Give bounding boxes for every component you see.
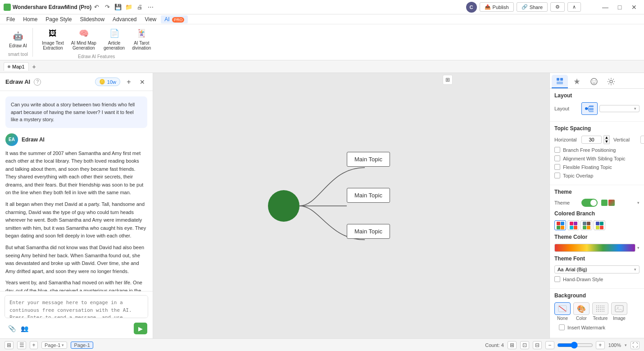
bg-option-none[interactable]: None (554, 302, 571, 321)
zoom-in-button[interactable]: + (596, 341, 605, 349)
collapse-button[interactable]: ∧ (567, 2, 581, 12)
tab-add-button[interactable]: + (30, 62, 39, 71)
rp-theme-section: Theme Theme ▾ Colored Branch (550, 185, 644, 289)
svg-point-5 (595, 81, 596, 82)
bg-option-color[interactable]: 🎨 Color (573, 302, 590, 321)
ai-input-field[interactable] (5, 295, 148, 318)
topic-box-3[interactable]: Main Topic (347, 224, 390, 239)
fit-view-button[interactable]: ⊞ (5, 341, 14, 349)
rp-checkbox-branch-free[interactable] (554, 147, 560, 153)
bg-option-image[interactable]: Image (611, 302, 627, 321)
minimize-button[interactable]: — (599, 2, 612, 12)
menu-view[interactable]: View (141, 15, 160, 23)
share-button[interactable]: 🔗 Share (517, 2, 548, 12)
menu-ai[interactable]: AI PRO (161, 15, 188, 23)
page-tab-1[interactable]: Page-1 ▾ (41, 342, 67, 349)
collapse-right-panel-button[interactable]: ⊞ (443, 75, 453, 85)
close-button[interactable]: ✕ (628, 2, 640, 12)
rp-checkbox-flexible[interactable] (554, 164, 560, 170)
ribbon-article[interactable]: 📄 Articlegeneration (101, 25, 127, 52)
bg-option-texture[interactable]: Texture (592, 302, 608, 321)
ribbon-tarot[interactable]: 🃏 AI Tarotdivination (129, 25, 154, 52)
attachment-button[interactable]: 📎 (5, 322, 18, 335)
ribbon-ai-mindmap[interactable]: 🧠 AI Mind MapGeneration (68, 25, 99, 52)
save-button[interactable]: 💾 (113, 2, 123, 12)
view-mode-3[interactable]: ⊟ (533, 341, 542, 349)
menu-advanced[interactable]: Advanced (109, 15, 140, 23)
cb-option-3[interactable] (581, 220, 592, 230)
people-button[interactable]: 👥 (18, 322, 31, 335)
bg-texture-label: Texture (593, 316, 608, 321)
layout-select[interactable]: ▾ (599, 105, 639, 112)
publish-button[interactable]: 📤 Publish (480, 2, 514, 12)
rp-checkbox-watermark[interactable] (559, 324, 565, 330)
rp-checkbox-alignment[interactable] (554, 155, 560, 161)
bg-texture-svg (596, 305, 605, 312)
svg-point-7 (585, 107, 588, 110)
rp-horizontal-control: ▲ ▼ (581, 135, 610, 144)
rp-horizontal-input[interactable] (581, 136, 602, 144)
ai-panel-help-button[interactable]: ? (34, 78, 41, 86)
page-add-button[interactable]: + (30, 341, 38, 349)
ribbon-image-text[interactable]: 🖼 Image TextExtraction (39, 25, 67, 52)
ai-panel-close-button[interactable]: ✕ (137, 77, 147, 87)
view-mode-2[interactable]: ⊡ (520, 341, 529, 349)
cb-option-1[interactable] (554, 220, 566, 230)
view-mode-1[interactable]: ⊞ (508, 341, 517, 349)
redo-button[interactable]: ↷ (102, 2, 112, 12)
rp-vertical-control: ▲ ▼ (640, 135, 644, 144)
settings-button[interactable]: ⚙ (550, 2, 565, 12)
cb-dot-4 (561, 226, 564, 229)
menu-slideshow[interactable]: Slideshow (76, 15, 108, 23)
share-icon: 🔗 (522, 4, 528, 10)
file-button[interactable]: 📁 (124, 2, 134, 12)
menu-page-style[interactable]: Page Style (42, 15, 75, 23)
list-view-button[interactable]: ☰ (17, 341, 26, 349)
layout-option-1[interactable] (581, 102, 598, 115)
undo-button[interactable]: ↶ (91, 2, 101, 12)
center-circle[interactable] (268, 190, 299, 222)
rp-tab-settings[interactable] (603, 75, 619, 88)
rp-tab-face[interactable] (586, 75, 602, 88)
fullscreen-button[interactable]: ⛶ (630, 341, 639, 349)
theme-color-strip[interactable] (554, 244, 635, 252)
settings-tab-icon (607, 77, 615, 86)
svg-line-14 (559, 306, 566, 311)
rp-horizontal-down[interactable]: ▼ (603, 140, 610, 144)
cb-dot-3 (557, 226, 560, 229)
tab-map1[interactable]: Map1 (4, 62, 29, 71)
theme-font-selector[interactable]: Aa Arial (Big) ▾ (554, 265, 639, 274)
menu-file[interactable]: File (3, 15, 18, 23)
cb-dot-16 (600, 226, 603, 229)
theme-color-multi[interactable] (608, 200, 615, 206)
maximize-button[interactable]: □ (613, 2, 626, 12)
ai-paragraph-2: It all began when they met David at a pa… (5, 201, 147, 240)
menu-home[interactable]: Home (19, 15, 41, 23)
user-avatar[interactable]: C (466, 2, 477, 13)
more-button[interactable]: ⋯ (145, 2, 155, 12)
rp-theme-color-title: Theme Color (554, 234, 639, 240)
theme-color-green[interactable] (601, 200, 608, 206)
print-button[interactable]: 🖨 (135, 2, 145, 12)
page-tab-2[interactable]: Page-1 (71, 342, 93, 349)
cb-option-2[interactable] (567, 220, 579, 230)
ai-user-message: Can you write about a story between two … (5, 96, 147, 128)
ai-response-text: It was the summer of 2007 when Samantha … (5, 150, 147, 292)
cb-option-4[interactable] (594, 220, 605, 230)
zoom-out-button[interactable]: − (545, 341, 554, 349)
rp-tab-magic[interactable] (569, 75, 585, 88)
topic-box-2[interactable]: Main Topic (347, 188, 390, 203)
rp-checkbox-overlap[interactable] (554, 173, 560, 178)
rp-checkbox-label-1: Branch Free Positioning (563, 147, 616, 153)
ai-panel-add-button[interactable]: + (124, 77, 134, 87)
zoom-slider[interactable] (557, 342, 593, 349)
rp-checkbox-hand-drawn[interactable] (554, 276, 560, 282)
font-dropdown-arrow: ▾ (634, 267, 636, 272)
topic-box-1[interactable]: Main Topic (347, 152, 390, 167)
theme-toggle[interactable] (581, 199, 598, 207)
ai-panel-badge[interactable]: 🪙 10w (95, 77, 120, 86)
ribbon-edraw-ai[interactable]: 🤖 Edraw AI (6, 28, 30, 50)
rp-vertical-input[interactable] (640, 136, 644, 144)
rp-tab-layout[interactable] (552, 75, 568, 88)
ai-send-button[interactable]: ▶ (134, 323, 147, 334)
